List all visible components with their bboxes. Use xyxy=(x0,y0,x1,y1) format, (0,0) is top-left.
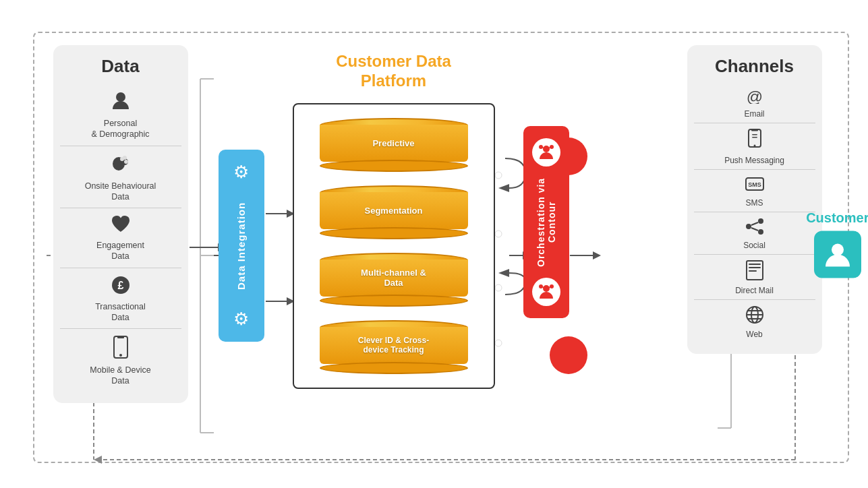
data-panel-title: Data xyxy=(101,56,139,77)
svg-point-35 xyxy=(550,336,587,374)
svg-rect-72 xyxy=(749,267,761,268)
svg-text:£: £ xyxy=(117,280,123,291)
data-item-engagement: EngagementData xyxy=(60,208,181,268)
push-icon xyxy=(748,129,761,154)
channels-panel: Channels @ Email Push Messaging SMS SMS xyxy=(687,45,822,354)
channel-directmail: Direct Mail xyxy=(694,255,815,300)
data-item-mobile: Mobile & DeviceData xyxy=(60,329,181,392)
orch-top-icon xyxy=(532,138,560,166)
svg-point-66 xyxy=(746,224,751,229)
orchestration-label: Orchestration via Contour xyxy=(536,166,557,278)
drum-segmentation: Segmentation xyxy=(316,185,471,234)
diagram: Data Personal& Demographic Onsite Behavi… xyxy=(13,11,856,477)
svg-marker-19 xyxy=(593,251,601,260)
svg-point-60 xyxy=(753,145,755,147)
svg-point-79 xyxy=(832,244,844,256)
person-icon xyxy=(110,90,132,115)
directmail-icon xyxy=(746,260,763,284)
customer-section: Customer xyxy=(806,210,868,278)
orchestration-box: Orchestration via Contour xyxy=(523,126,569,318)
data-label-mobile: Mobile & DeviceData xyxy=(90,365,150,387)
pound-icon: £ xyxy=(111,275,131,299)
channels-panel-title: Channels xyxy=(715,56,794,77)
drum-cleverid-label: Clever ID & Cross-device Tracking xyxy=(358,336,429,355)
svg-text:SMS: SMS xyxy=(748,181,761,188)
drum-multichannel: Multi-channel &Data xyxy=(316,253,471,301)
heart-icon xyxy=(111,215,131,237)
data-item-onsite: Onsite BehaviouralData xyxy=(60,146,181,209)
brain-cog-icon xyxy=(110,153,132,178)
cdp-box: Customer DataPlatform Predictive Segment… xyxy=(286,45,502,396)
customer-avatar xyxy=(814,231,861,278)
channel-push-label: Push Messaging xyxy=(724,156,784,165)
svg-rect-59 xyxy=(751,129,758,131)
cdp-drums-container: Predictive Segmentation Multi-channel &D… xyxy=(293,103,495,389)
email-icon: @ xyxy=(745,89,764,108)
web-icon xyxy=(745,305,764,328)
data-integration-box: ⚙ Data Integration ⚙ xyxy=(219,150,264,342)
svg-text:@: @ xyxy=(746,89,762,104)
svg-marker-27 xyxy=(94,456,102,464)
channel-email-label: Email xyxy=(744,109,764,119)
social-icon xyxy=(745,218,765,239)
svg-rect-58 xyxy=(749,129,761,147)
gear-top-icon: ⚙ xyxy=(233,162,249,183)
svg-point-41 xyxy=(124,160,128,164)
data-label-personal: Personal& Demographic xyxy=(91,118,149,140)
integration-label: Data Integration xyxy=(235,183,247,309)
svg-rect-61 xyxy=(752,134,757,135)
channel-web-label: Web xyxy=(746,330,762,339)
drum-predictive-label: Predictive xyxy=(372,138,414,148)
svg-rect-71 xyxy=(749,264,761,265)
channel-web: Web xyxy=(694,300,815,343)
data-label-engagement: EngagementData xyxy=(96,240,144,262)
svg-point-40 xyxy=(123,156,127,160)
svg-line-69 xyxy=(751,228,758,231)
channel-push: Push Messaging xyxy=(694,123,815,170)
svg-line-68 xyxy=(751,222,758,225)
gear-bottom-icon: ⚙ xyxy=(233,309,249,330)
data-panel: Data Personal& Demographic Onsite Behavi… xyxy=(53,45,188,403)
svg-rect-45 xyxy=(117,336,124,338)
data-label-onsite: Onsite BehaviouralData xyxy=(85,181,156,203)
svg-point-36 xyxy=(116,92,125,102)
drum-multichannel-label: Multi-channel &Data xyxy=(361,268,426,288)
cdp-title: Customer DataPlatform xyxy=(293,52,495,91)
svg-point-67 xyxy=(758,229,763,235)
drum-predictive: Predictive xyxy=(316,118,471,166)
svg-rect-73 xyxy=(749,270,757,272)
channel-sms-label: SMS xyxy=(745,198,763,208)
channel-social: Social xyxy=(694,212,815,255)
svg-point-46 xyxy=(119,354,122,357)
svg-point-65 xyxy=(758,218,763,224)
channel-social-label: Social xyxy=(743,241,765,250)
channel-sms: SMS SMS xyxy=(694,170,815,212)
channel-email: @ Email xyxy=(694,84,815,123)
data-label-transactional: TransactionalData xyxy=(95,301,146,324)
mobile-icon xyxy=(113,336,128,362)
channel-directmail-label: Direct Mail xyxy=(735,286,774,295)
customer-label: Customer xyxy=(806,210,868,226)
drum-cleverid: Clever ID & Cross-device Tracking xyxy=(316,320,471,369)
data-item-personal: Personal& Demographic xyxy=(60,84,181,146)
drum-segmentation-label: Segmentation xyxy=(365,206,423,216)
data-item-transactional: £ TransactionalData xyxy=(60,268,181,330)
orch-bottom-icon xyxy=(532,278,560,306)
svg-rect-62 xyxy=(752,137,757,138)
sms-icon: SMS xyxy=(745,175,764,197)
